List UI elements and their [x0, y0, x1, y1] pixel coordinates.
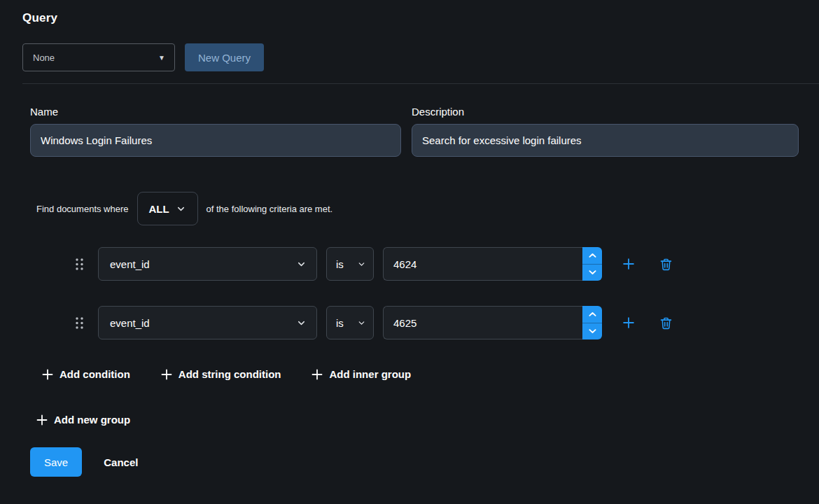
value-input-group	[383, 306, 602, 340]
operator-select[interactable]: is	[326, 306, 374, 340]
plus-icon	[621, 256, 636, 272]
chevron-up-icon	[589, 312, 596, 317]
name-input[interactable]	[30, 124, 401, 157]
add-inner-group-label: Add inner group	[329, 368, 411, 380]
name-field-group: Name	[30, 106, 401, 157]
description-input[interactable]	[412, 124, 799, 157]
add-new-group-label: Add new group	[54, 414, 130, 426]
chevron-down-icon	[357, 260, 366, 269]
saved-query-select-value: None	[33, 52, 55, 63]
section-divider	[22, 83, 819, 84]
stepper-up-button[interactable]	[582, 247, 602, 265]
stepper-down-button[interactable]	[582, 323, 602, 340]
drag-handle[interactable]	[75, 258, 84, 271]
trash-icon	[659, 257, 673, 272]
rule-list: event_id is	[22, 247, 799, 340]
plus-icon	[312, 369, 323, 380]
operator-select[interactable]: is	[326, 247, 374, 281]
criteria-prefix-text: Find documents where	[36, 204, 129, 214]
page-title: Query	[22, 11, 799, 25]
add-condition-link[interactable]: Add condition	[42, 368, 130, 380]
add-new-group-link[interactable]: Add new group	[36, 414, 130, 426]
operator-select-value: is	[336, 317, 344, 329]
field-select[interactable]: event_id	[98, 306, 317, 340]
query-editor-page: Query None ▼ New Query Name Description …	[0, 0, 819, 504]
chevron-down-icon	[357, 318, 366, 328]
value-input[interactable]	[383, 306, 582, 340]
trash-icon	[659, 316, 673, 330]
plus-icon	[42, 369, 53, 380]
combinator-select[interactable]: ALL	[137, 192, 198, 225]
add-condition-icon-button[interactable]	[621, 256, 636, 272]
delete-condition-button[interactable]	[659, 257, 673, 272]
combinator-value: ALL	[148, 203, 169, 215]
plus-icon	[161, 369, 172, 380]
add-string-condition-link[interactable]: Add string condition	[161, 368, 281, 380]
number-stepper	[582, 306, 602, 340]
name-label: Name	[30, 106, 401, 118]
drag-dots-icon	[75, 258, 84, 271]
chevron-down-icon	[589, 270, 596, 275]
add-inner-group-link[interactable]: Add inner group	[312, 368, 411, 380]
saved-query-select[interactable]: None ▼	[22, 43, 175, 71]
value-input[interactable]	[383, 247, 582, 281]
save-button[interactable]: Save	[30, 447, 82, 477]
criteria-sentence: Find documents where ALL of the followin…	[22, 192, 799, 225]
value-input-group	[383, 247, 602, 281]
number-stepper	[582, 247, 602, 281]
dropdown-triangle-icon: ▼	[158, 54, 165, 62]
field-select[interactable]: event_id	[98, 247, 317, 281]
new-query-button[interactable]: New Query	[185, 43, 264, 71]
field-select-value: event_id	[110, 317, 150, 329]
drag-dots-icon	[75, 316, 84, 330]
chevron-down-icon	[296, 259, 307, 270]
criteria-suffix-text: of the following criteria are met.	[206, 204, 333, 214]
chevron-down-icon	[296, 318, 307, 328]
description-label: Description	[412, 106, 799, 118]
query-meta-fields: Name Description	[22, 106, 799, 157]
footer-actions: Save Cancel	[22, 447, 799, 477]
chevron-down-icon	[589, 328, 596, 334]
chevron-up-icon	[589, 253, 596, 258]
stepper-up-button[interactable]	[582, 306, 602, 323]
add-condition-icon-button[interactable]	[621, 315, 636, 330]
field-select-value: event_id	[110, 258, 150, 270]
rule-row: event_id is	[22, 306, 799, 340]
drag-handle[interactable]	[75, 316, 84, 330]
add-string-condition-label: Add string condition	[178, 368, 281, 380]
query-selector-bar: None ▼ New Query	[22, 43, 799, 71]
delete-condition-button[interactable]	[659, 316, 673, 330]
plus-icon	[621, 315, 636, 330]
rule-row: event_id is	[22, 247, 799, 281]
stepper-down-button[interactable]	[582, 265, 602, 281]
description-field-group: Description	[412, 106, 799, 157]
add-new-group-row: Add new group	[22, 414, 799, 426]
operator-select-value: is	[336, 258, 344, 270]
add-condition-label: Add condition	[59, 368, 130, 380]
plus-icon	[36, 414, 48, 426]
cancel-button[interactable]: Cancel	[104, 456, 138, 468]
add-actions-row: Add condition Add string condition Add i…	[22, 368, 799, 380]
chevron-down-icon	[176, 204, 186, 214]
